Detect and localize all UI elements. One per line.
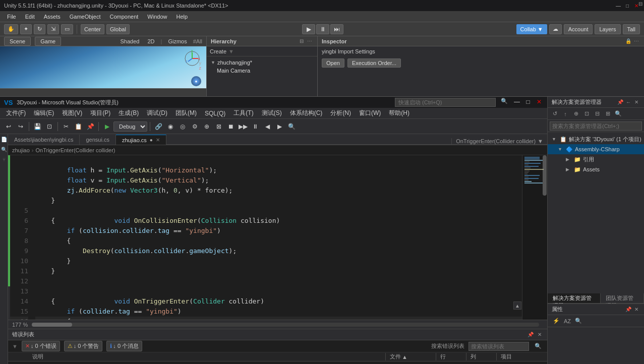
vs-tree-item-root[interactable]: ▼ 📋 解决方案 '3Dyouxi' (1 个项目): [548, 134, 644, 144]
vs-close-btn[interactable]: ✕: [535, 98, 543, 106]
unity-menu-file[interactable]: File: [3, 13, 20, 21]
layers-btn[interactable]: Layers: [595, 24, 620, 34]
vs-tb-bp2-btn[interactable]: ◎: [177, 121, 188, 132]
vs-tb-continue-btn[interactable]: ▶▶: [238, 121, 249, 132]
search-icon[interactable]: 🔍: [499, 98, 510, 107]
vs-menu-edit[interactable]: 编辑(E): [30, 108, 58, 118]
vs-tb-attach-btn[interactable]: 🔗: [153, 121, 164, 132]
vs-tb-undo-btn[interactable]: ↩: [3, 121, 14, 132]
vs-tb-redo-btn[interactable]: ↪: [15, 121, 26, 132]
scene-close-btn[interactable]: ⊟: [637, 0, 644, 7]
properties-pin-btn[interactable]: 📌: [625, 306, 632, 313]
quick-launch-input[interactable]: [395, 98, 496, 107]
error-search-input[interactable]: [469, 342, 529, 351]
cloud-btn[interactable]: ☁: [549, 24, 562, 34]
tall-btn[interactable]: Tall: [623, 24, 640, 34]
hand-tool-btn[interactable]: ✋: [4, 24, 18, 34]
unity-menu-window[interactable]: Window: [143, 13, 171, 21]
vs-tb-copy-btn[interactable]: 📋: [73, 121, 84, 132]
vs-menu-help[interactable]: 帮助(H): [385, 108, 414, 118]
vs-tb-start-btn[interactable]: ▶: [101, 121, 112, 132]
vs-menu-team[interactable]: 团队(M): [171, 108, 201, 118]
collab-btn[interactable]: Collab ▼: [516, 24, 547, 34]
hierarchy-menu-btn[interactable]: ⋯: [306, 38, 313, 45]
col-header-file[interactable]: 文件 ▲: [386, 353, 436, 360]
vs-menu-analyze[interactable]: 分析(N): [326, 108, 355, 118]
vs-tb-more1-btn[interactable]: ⊕: [201, 121, 212, 132]
vs-scrollbar-thumb[interactable]: [543, 155, 547, 196]
hierarchy-item-camera[interactable]: Main Camera: [207, 67, 317, 75]
unity-menu-assets[interactable]: Assets: [40, 13, 65, 21]
error-filter-btn[interactable]: ▼: [12, 343, 18, 349]
vs-tab-zhujiao[interactable]: zhujiao.cs ● ✕: [116, 135, 166, 145]
vs-menu-test[interactable]: 测试(S): [258, 108, 286, 118]
pause-btn[interactable]: ⏸: [316, 24, 329, 34]
global-btn[interactable]: Global: [106, 24, 130, 34]
vs-hscrollbar-thumb[interactable]: [32, 323, 72, 327]
vs-menu-tools[interactable]: 工具(T): [229, 108, 257, 118]
scene-tab[interactable]: Scene: [4, 37, 31, 46]
vs-tb-more2-btn[interactable]: ⊠: [213, 121, 224, 132]
vs-menu-build[interactable]: 生成(B): [114, 108, 143, 118]
move-tool-btn[interactable]: ✦: [20, 24, 32, 34]
solution-close-btn[interactable]: ✕: [633, 99, 640, 106]
vs-search-sidebar-icon[interactable]: 🔍: [1, 146, 7, 152]
team-explorer-tab[interactable]: 团队资源管理器: [601, 293, 644, 303]
vs-tb-nav-back-btn[interactable]: ◀: [262, 121, 273, 132]
warning-count-btn[interactable]: ⚠ ↓ 0 个警告: [64, 341, 103, 351]
solution-pin-btn[interactable]: 📌: [617, 99, 624, 106]
vs-menu-window[interactable]: 窗口(W): [355, 108, 385, 118]
error-panel-close-btn[interactable]: ✕: [536, 331, 543, 338]
vs-tb-find-btn[interactable]: 🔍: [286, 121, 297, 132]
properties-categorized-btn[interactable]: ⚡: [552, 317, 561, 325]
vs-menu-view[interactable]: 视图(V): [58, 108, 86, 118]
solution-auto-hide-btn[interactable]: ←: [625, 99, 632, 106]
vs-tb-saveall-btn[interactable]: ⊡: [44, 121, 55, 132]
col-header-line[interactable]: 行: [436, 353, 466, 360]
maximize-btn[interactable]: □: [624, 2, 631, 9]
unity-menu-help[interactable]: Help: [172, 13, 192, 21]
all-btn[interactable]: #All: [193, 38, 202, 44]
inspector-lock-btn[interactable]: 🔒: [625, 38, 632, 45]
vs-tb-stop-btn[interactable]: ⏹: [225, 121, 237, 132]
error-panel-pin-btn[interactable]: 📌: [527, 331, 534, 338]
vs-tb-bp-btn[interactable]: ◉: [165, 121, 176, 132]
vs-minimize-btn[interactable]: —: [513, 98, 521, 106]
sol-show-files-btn[interactable]: ⊡: [581, 109, 592, 118]
vs-tb-refactor-btn[interactable]: ⚙: [189, 121, 200, 132]
properties-alphabetical-btn[interactable]: AZ: [563, 317, 572, 325]
unity-menu-gameobject[interactable]: GameObject: [66, 13, 105, 21]
sol-refresh2-btn[interactable]: ⊞: [603, 109, 613, 118]
inspector-menu-btn[interactable]: ⋯: [633, 38, 640, 45]
vs-explorer-icon[interactable]: 📄: [1, 136, 7, 142]
unity-menu-component[interactable]: Component: [105, 13, 142, 21]
error-count-btn[interactable]: ✕ ↓ 0 个错误: [22, 341, 60, 351]
vs-debug-combo[interactable]: Debug: [113, 122, 147, 132]
account-btn[interactable]: Account: [564, 24, 593, 34]
minimize-btn[interactable]: —: [615, 2, 622, 9]
vs-git-icon[interactable]: ⑂: [1, 156, 7, 162]
code-content[interactable]: float h = Input.GetAxis("Horizontal"); f…: [33, 155, 522, 320]
gizmos-btn[interactable]: Gizmos: [168, 38, 187, 44]
vs-tree-item-assets[interactable]: ▶ 📁 Assets: [548, 164, 644, 174]
unity-menu-edit[interactable]: Edit: [21, 13, 39, 21]
step-btn[interactable]: ⏭: [330, 24, 343, 34]
game-tab[interactable]: Game: [35, 37, 61, 46]
vs-tb-paste-btn[interactable]: 📌: [85, 121, 96, 132]
rect-tool-btn[interactable]: ▭: [61, 24, 73, 34]
vs-maximize-btn[interactable]: □: [524, 98, 532, 106]
vs-tab-close-btn[interactable]: ✕: [156, 137, 160, 143]
col-header-col[interactable]: 列: [466, 353, 497, 360]
sol-refresh-btn[interactable]: ↺: [550, 109, 560, 118]
vs-tree-item-assembly[interactable]: ▼ 🔷 Assembly-CSharp: [548, 144, 644, 154]
sol-addfile-btn[interactable]: ⊕: [571, 109, 581, 118]
vs-menu-file[interactable]: 文件(F): [2, 108, 30, 118]
vs-menu-sql[interactable]: SQL(Q): [201, 109, 229, 118]
col-header-desc[interactable]: 说明: [28, 353, 386, 360]
sol-up-btn[interactable]: ↑: [560, 109, 570, 118]
vs-menu-arch[interactable]: 体系结构(C): [286, 108, 327, 118]
hierarchy-create-btn[interactable]: Create: [210, 48, 226, 54]
solution-explorer-tab[interactable]: 解决方案资源管理器: [548, 293, 601, 303]
scale-tool-btn[interactable]: ⇲: [47, 24, 59, 34]
properties-close-btn[interactable]: ✕: [633, 306, 640, 313]
